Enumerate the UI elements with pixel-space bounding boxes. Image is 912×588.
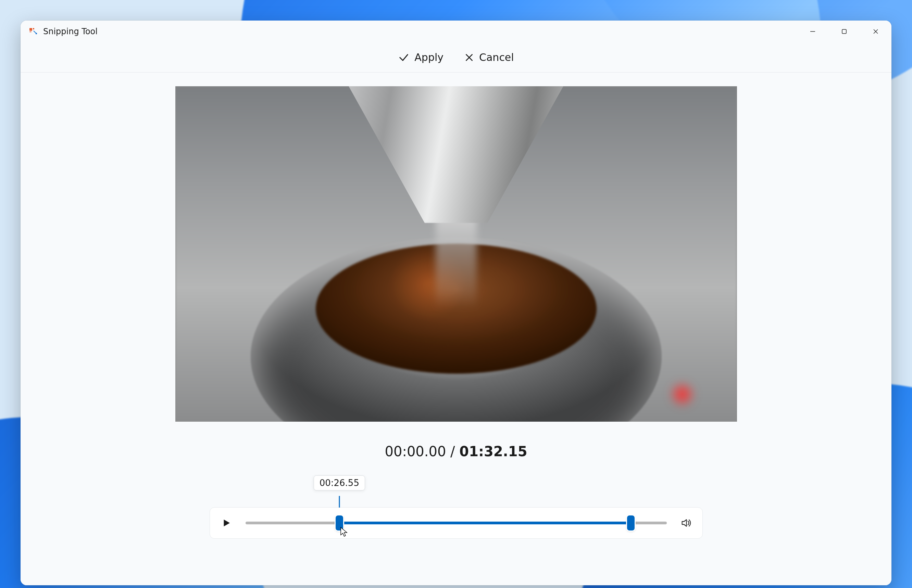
trim-start-handle[interactable] [335, 515, 343, 530]
cancel-label: Cancel [479, 51, 514, 63]
maximize-icon [841, 28, 847, 35]
svg-rect-0 [29, 28, 32, 31]
minimize-icon [809, 28, 816, 35]
svg-rect-1 [33, 28, 34, 29]
trim-tooltip: 00:26.55 [314, 475, 365, 491]
action-toolbar: Apply Cancel [21, 42, 891, 73]
svg-rect-5 [842, 29, 846, 34]
cancel-button[interactable]: Cancel [462, 48, 516, 67]
timeline-area: 00:26.55 [246, 507, 667, 538]
app-icon [29, 27, 37, 36]
playhead-indicator [339, 496, 340, 507]
app-window: Snipping Tool Apply Cancel [21, 21, 891, 585]
volume-button[interactable] [679, 516, 693, 530]
time-separator: / [446, 444, 459, 459]
content-area: 00:00.00 / 01:32.15 00:26.55 [21, 73, 891, 585]
time-display: 00:00.00 / 01:32.15 [385, 444, 527, 459]
current-time: 00:00.00 [385, 444, 446, 459]
x-icon [464, 52, 474, 63]
tooltip-time: 00:26.55 [319, 478, 359, 488]
video-preview[interactable] [175, 86, 737, 422]
apply-button[interactable]: Apply [396, 48, 445, 67]
close-icon [872, 28, 879, 35]
svg-rect-3 [29, 31, 31, 32]
close-button[interactable] [860, 21, 891, 42]
player-bar: 00:26.55 [210, 507, 703, 539]
total-time: 01:32.15 [459, 444, 527, 459]
check-icon [398, 52, 410, 63]
timeline-track[interactable] [246, 522, 667, 524]
svg-rect-2 [36, 33, 37, 34]
trim-end-handle[interactable] [627, 515, 635, 530]
play-icon [221, 518, 232, 528]
titlebar[interactable]: Snipping Tool [21, 21, 891, 42]
volume-icon [680, 517, 692, 529]
play-button[interactable] [220, 516, 233, 530]
minimize-button[interactable] [797, 21, 828, 42]
maximize-button[interactable] [828, 21, 860, 42]
window-title: Snipping Tool [43, 27, 97, 36]
apply-label: Apply [415, 51, 444, 63]
trim-range [339, 522, 631, 524]
window-controls [797, 21, 891, 42]
